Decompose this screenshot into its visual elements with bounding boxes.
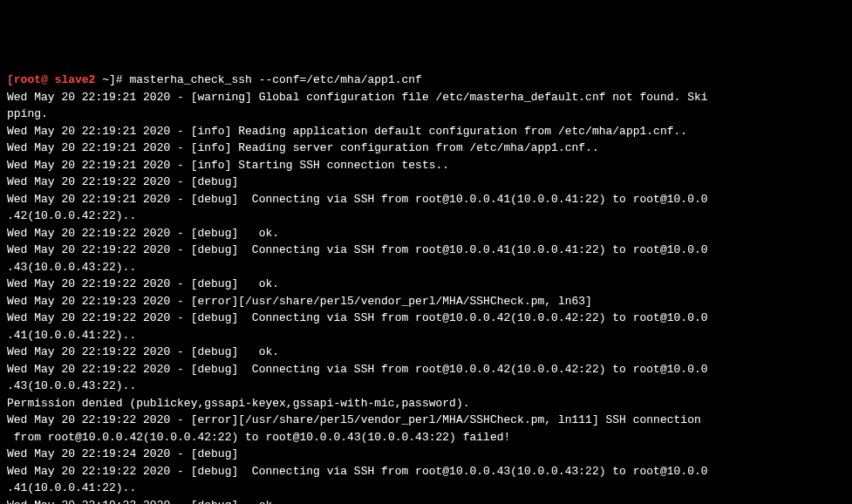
prompt-user: [root@ slave2	[7, 73, 102, 86]
log-line: Wed May 20 22:19:21 2020 - [info] Readin…	[7, 140, 845, 157]
log-line: from root@10.0.0.42(10.0.0.42:22) to roo…	[7, 429, 845, 446]
terminal-window[interactable]: [root@ slave2 ~]# masterha_check_ssh --c…	[7, 72, 845, 504]
prompt-tilde: ~	[102, 73, 109, 86]
log-line: Wed May 20 22:19:22 2020 - [debug] Conne…	[7, 242, 845, 259]
log-line: Wed May 20 22:19:22 2020 - [debug] Conne…	[7, 463, 845, 480]
log-line: Wed May 20 22:19:21 2020 - [warning] Glo…	[7, 89, 845, 106]
log-line: Permission denied (publickey,gssapi-keye…	[7, 395, 845, 412]
log-line: .43(10.0.0.43:22)..	[7, 259, 845, 276]
log-line: Wed May 20 22:19:21 2020 - [debug] Conne…	[7, 191, 845, 208]
log-line: .41(10.0.0.41:22)..	[7, 327, 845, 344]
log-line: Wed May 20 22:19:24 2020 - [debug]	[7, 446, 845, 463]
log-line: Wed May 20 22:19:23 2020 - [error][/usr/…	[7, 293, 845, 310]
log-line: .41(10.0.0.41:22)..	[7, 480, 845, 497]
log-line: .43(10.0.0.43:22)..	[7, 378, 845, 395]
prompt-line: [root@ slave2 ~]# masterha_check_ssh --c…	[7, 73, 422, 86]
log-line: Wed May 20 22:19:22 2020 - [debug] ok.	[7, 276, 845, 293]
command-text: masterha_check_ssh --conf=/etc/mha/app1.…	[129, 73, 421, 86]
log-line: Wed May 20 22:19:22 2020 - [debug] Conne…	[7, 310, 845, 327]
log-line: Wed May 20 22:19:21 2020 - [info] Readin…	[7, 123, 845, 140]
log-line: Wed May 20 22:19:22 2020 - [debug] ok.	[7, 225, 845, 242]
log-line: pping.	[7, 106, 845, 123]
prompt-symbol: ]#	[109, 73, 129, 86]
log-line: Wed May 20 22:19:22 2020 - [debug] Conne…	[7, 361, 845, 378]
log-line: Wed May 20 22:19:21 2020 - [info] Starti…	[7, 157, 845, 174]
log-line: Wed May 20 22:19:22 2020 - [error][/usr/…	[7, 412, 845, 429]
log-line: Wed May 20 22:19:22 2020 - [debug] ok.	[7, 344, 845, 361]
log-line: Wed May 20 22:19:23 2020 - [debug] ok.	[7, 497, 845, 505]
log-line: Wed May 20 22:19:22 2020 - [debug]	[7, 174, 845, 191]
log-line: .42(10.0.0.42:22)..	[7, 208, 845, 225]
